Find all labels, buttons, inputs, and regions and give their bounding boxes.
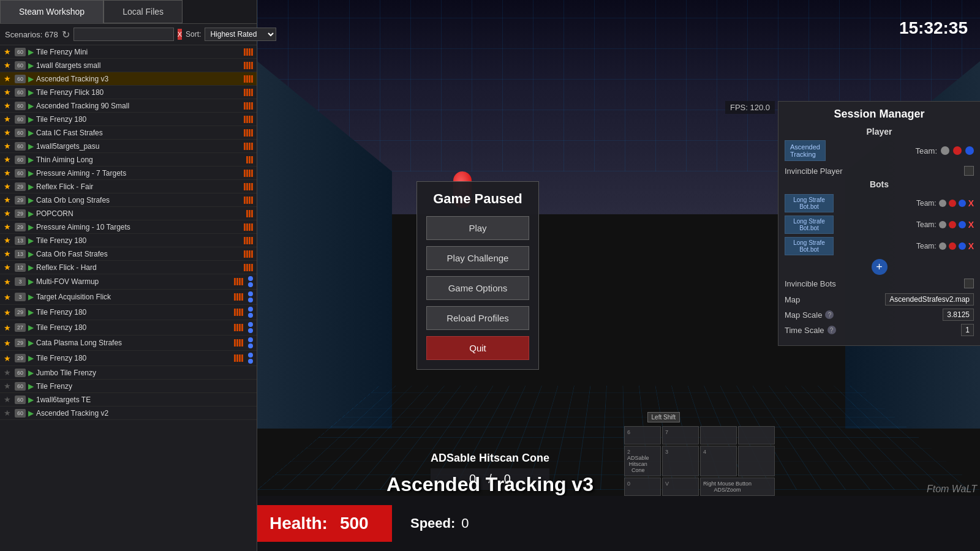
scenario-name: Pressure Aiming - 10 Targets — [36, 223, 241, 231]
scenario-item[interactable]: ★13▶Tile Frenzy 180 — [0, 234, 257, 247]
add-bot-button[interactable]: + — [872, 259, 888, 275]
scenario-item[interactable]: ★60▶Ascended Tracking v2 — [0, 407, 257, 420]
difficulty-bars — [244, 237, 253, 244]
scenario-item[interactable]: ★60▶Ascended Tracking v3 — [0, 72, 257, 86]
time-scale-help-icon[interactable]: ? — [827, 326, 836, 334]
star-icon: ★ — [4, 308, 12, 317]
scenario-item[interactable]: ★60▶1wall5targets_pasu — [0, 140, 257, 153]
scenario-item[interactable]: ★3▶Target Acquisition Flick — [0, 290, 257, 305]
bot-2-dot-blue[interactable] — [959, 221, 966, 228]
bot-3-dot-red[interactable] — [949, 242, 956, 250]
scenario-item[interactable]: ★60▶Ascended Tracking 90 Small — [0, 99, 257, 113]
bot-3-dot-gray[interactable] — [939, 242, 946, 250]
level-badge: 60 — [15, 382, 26, 391]
team-dot-gray[interactable] — [941, 146, 949, 155]
scenario-item[interactable]: ★60▶Tile Frenzy — [0, 380, 257, 393]
scenario-item[interactable]: ★29▶Cata Orb Long Strafes — [0, 193, 257, 207]
play-icon: ▶ — [28, 308, 34, 317]
play-icon: ▶ — [28, 339, 34, 347]
left-shift-hint: Left Shift — [647, 412, 680, 422]
bot-3-dot-blue[interactable] — [959, 242, 966, 250]
scenario-name: Tile Frenzy 180 — [36, 308, 232, 317]
scenario-item[interactable]: ★3▶Multi-FOV Warmup — [0, 274, 257, 290]
bot-1-dot-gray[interactable] — [939, 200, 946, 207]
scenario-name: 1wall5targets_pasu — [36, 142, 241, 151]
scenario-item[interactable]: ★29▶Tile Frenzy 180 — [0, 351, 257, 366]
scenario-item[interactable]: ★60▶Tile Frenzy Mini — [0, 45, 257, 59]
scenario-name: Reflex Flick - Fair — [36, 182, 241, 191]
num-cell-empty-3 — [738, 446, 775, 476]
level-badge: 60 — [15, 61, 26, 70]
invincible-bots-checkbox[interactable] — [964, 279, 974, 288]
scenario-item[interactable]: ★29▶Cata Plasma Long Strafes — [0, 335, 257, 351]
num-cell-3: 3 — [662, 446, 699, 476]
team-dot-red[interactable] — [953, 146, 962, 155]
bot-3-team-label: Team: — [916, 242, 937, 250]
star-icon: ★ — [4, 88, 12, 97]
reload-profiles-button[interactable]: Reload Profiles — [426, 306, 529, 330]
star-icon: ★ — [4, 236, 12, 245]
search-input[interactable] — [74, 28, 174, 41]
player-badge: AscendedTracking — [785, 140, 826, 161]
scenario-name: Jumbo Tile Frenzy — [36, 369, 251, 377]
team-dot-blue[interactable] — [965, 146, 974, 155]
scenario-item[interactable]: ★29▶Pressure Aiming - 10 Targets — [0, 220, 257, 234]
scenario-item[interactable]: ★13▶Cata Orb Fast Strafes — [0, 247, 257, 261]
scenario-item[interactable]: ★60▶Pressure Aiming - 7 Targets — [0, 167, 257, 180]
scenario-item[interactable]: ★27▶Tile Frenzy 180 — [0, 320, 257, 335]
scenario-item[interactable]: ★29▶POPCORN — [0, 207, 257, 220]
scenario-item[interactable]: ★60▶Tile Frenzy Flick 180 — [0, 86, 257, 99]
bot-3-remove[interactable]: X — [968, 241, 974, 251]
bot-1-dot-red[interactable] — [949, 200, 956, 207]
scenario-item[interactable]: ★29▶Reflex Flick - Fair — [0, 180, 257, 193]
play-icon: ▶ — [28, 250, 34, 258]
dots-indicator — [248, 353, 253, 364]
level-badge: 29 — [15, 209, 26, 218]
game-options-button[interactable]: Game Options — [426, 276, 529, 300]
reload-button[interactable]: ↻ — [62, 29, 70, 40]
bot-2-dot-gray[interactable] — [939, 221, 946, 228]
scenario-item[interactable]: ★12▶Reflex Flick - Hard — [0, 261, 257, 274]
bot-1-dot-blue[interactable] — [959, 200, 966, 207]
scenario-item[interactable]: ★60▶1wall6targets TE — [0, 393, 257, 407]
level-badge: 60 — [15, 88, 26, 97]
scenario-item[interactable]: ★60▶1wall 6targets small — [0, 59, 257, 72]
bot-1-remove[interactable]: X — [968, 198, 974, 208]
level-badge: 29 — [15, 354, 26, 362]
play-button[interactable]: Play — [426, 216, 529, 240]
star-icon: ★ — [4, 395, 12, 404]
play-challenge-button[interactable]: Play Challenge — [426, 246, 529, 270]
play-icon: ▶ — [28, 129, 34, 137]
tab-steam-workshop[interactable]: Steam Workshop — [0, 0, 104, 23]
invincible-player-checkbox[interactable] — [964, 166, 974, 176]
scenario-item[interactable]: ★60▶Tile Frenzy 180 — [0, 113, 257, 126]
difficulty-bars — [234, 278, 243, 285]
star-icon: ★ — [4, 408, 12, 418]
star-icon: ★ — [4, 249, 12, 258]
star-icon: ★ — [4, 168, 12, 178]
bot-2-team-controls: Team: X — [916, 220, 974, 230]
bot-2-remove[interactable]: X — [968, 220, 974, 230]
play-icon: ▶ — [28, 48, 34, 56]
scenario-item[interactable]: ★29▶Tile Frenzy 180 — [0, 305, 257, 320]
scenario-name: Ascended Tracking v2 — [36, 409, 251, 418]
tab-local-files[interactable]: Local Files — [104, 0, 183, 23]
play-icon: ▶ — [28, 61, 34, 70]
scenario-item[interactable]: ★60▶Cata IC Fast Strafes — [0, 126, 257, 140]
scenario-name: Tile Frenzy 180 — [36, 354, 232, 362]
sort-select[interactable]: Highest Rated Newest Created Newest Upda… — [205, 28, 276, 41]
scenario-item[interactable]: ★60▶Jumbo Tile Frenzy — [0, 366, 257, 380]
play-icon: ▶ — [28, 323, 34, 332]
scenario-item[interactable]: ★60▶Thin Aiming Long — [0, 153, 257, 167]
quit-button[interactable]: Quit — [426, 336, 529, 360]
num-cell-6: 6 — [624, 426, 661, 444]
play-icon: ▶ — [28, 182, 34, 191]
play-icon: ▶ — [28, 196, 34, 204]
play-icon: ▶ — [28, 88, 34, 97]
invincible-bots-label: Invincible Bots — [785, 279, 836, 288]
clear-search-button[interactable]: X — [178, 29, 182, 40]
map-scale-help-icon[interactable]: ? — [825, 310, 834, 319]
level-badge: 60 — [15, 409, 26, 418]
bot-2-dot-red[interactable] — [949, 221, 956, 228]
level-badge: 29 — [15, 196, 26, 204]
